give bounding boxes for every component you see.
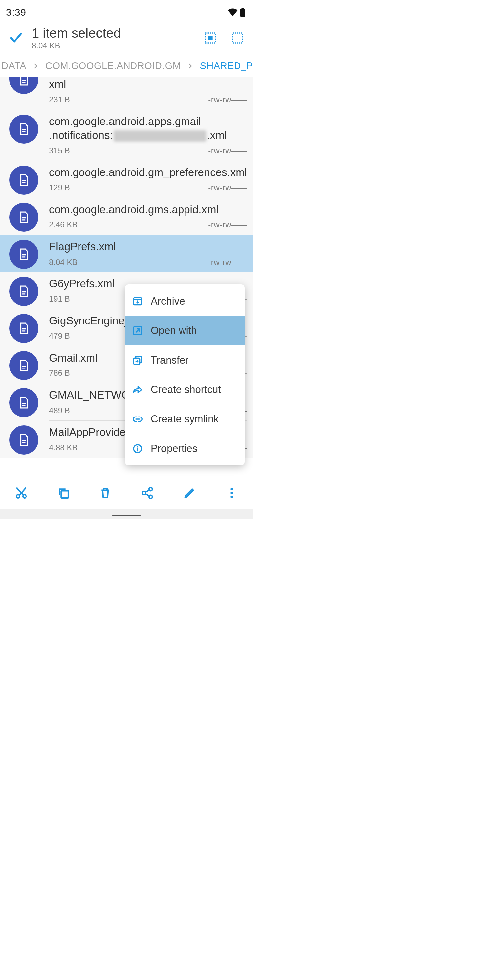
- svg-point-13: [149, 495, 152, 498]
- file-permissions: -rw-rw——: [208, 258, 247, 267]
- file-icon: [9, 165, 38, 195]
- file-size: 479 B: [49, 331, 70, 341]
- svg-rect-2: [233, 33, 242, 43]
- context-menu: Archive Open with Transfer Create shortc…: [125, 285, 245, 465]
- select-all-button[interactable]: [201, 29, 220, 47]
- file-icon: [9, 277, 38, 306]
- menu-open-with[interactable]: Open with: [125, 316, 245, 345]
- file-icon: [9, 115, 38, 144]
- file-name: FlagPrefs.xml: [49, 240, 247, 253]
- file-size: 8.04 KB: [49, 258, 77, 267]
- nav-background: [0, 509, 253, 519]
- battery-icon: [240, 8, 246, 17]
- file-name: com.google.android.gms.appid.xml: [49, 203, 247, 216]
- menu-label: Archive: [151, 295, 185, 307]
- nav-handle[interactable]: [112, 514, 141, 517]
- overflow-button[interactable]: [211, 476, 253, 509]
- file-size: 786 B: [49, 369, 70, 378]
- file-row-selected[interactable]: FlagPrefs.xml 8.04 KB -rw-rw——: [0, 235, 253, 272]
- file-size: 2.46 KB: [49, 220, 77, 229]
- svg-rect-10: [61, 491, 68, 498]
- selection-appbar: 1 item selected 8.04 KB: [0, 19, 253, 54]
- menu-transfer[interactable]: Transfer: [125, 345, 245, 375]
- file-size: 129 B: [49, 183, 70, 192]
- status-bar: 3:39: [0, 0, 253, 19]
- file-icon: [9, 78, 38, 94]
- menu-label: Create shortcut: [151, 384, 221, 396]
- file-permissions: -rw-rw——: [208, 220, 247, 229]
- file-icon: [9, 425, 38, 455]
- menu-label: Create symlink: [151, 413, 219, 425]
- info-icon: [132, 443, 144, 454]
- file-size: 191 B: [49, 294, 70, 304]
- svg-rect-1: [208, 36, 212, 40]
- menu-create-symlink[interactable]: Create symlink: [125, 404, 245, 434]
- menu-properties[interactable]: Properties: [125, 434, 245, 463]
- file-name: com.google.android.gm_preferences.xml: [49, 165, 247, 179]
- svg-point-16: [231, 496, 233, 498]
- file-name: xml: [49, 78, 247, 91]
- status-time: 3:39: [6, 6, 26, 18]
- file-icon: [9, 203, 38, 232]
- share-button[interactable]: [126, 476, 169, 509]
- file-icon: [9, 240, 38, 269]
- transfer-icon: [132, 355, 144, 366]
- archive-icon: [132, 296, 144, 307]
- copy-button[interactable]: [42, 476, 84, 509]
- file-icon: [9, 314, 38, 343]
- file-size: 231 B: [49, 95, 70, 104]
- menu-archive[interactable]: Archive: [125, 286, 245, 316]
- appbar-title-block: 1 item selected 8.04 KB: [32, 26, 193, 50]
- file-name: com.google.android.apps.gmail .notificat…: [49, 115, 247, 142]
- breadcrumb-shared-prefs[interactable]: SHARED_PREFS: [200, 60, 253, 71]
- file-size: 489 B: [49, 406, 70, 415]
- file-icon: [9, 388, 38, 417]
- svg-point-15: [231, 492, 233, 494]
- file-name-post: .xml: [207, 129, 227, 142]
- cut-button[interactable]: [0, 476, 42, 509]
- bottom-action-bar: [0, 476, 253, 509]
- file-icon: [9, 351, 38, 380]
- menu-label: Transfer: [151, 354, 188, 366]
- done-button[interactable]: [9, 31, 23, 45]
- wifi-icon: [228, 8, 238, 16]
- selection-title: 1 item selected: [32, 26, 193, 40]
- menu-label: Properties: [151, 443, 198, 455]
- chevron-right-icon: [187, 63, 193, 69]
- breadcrumb: DATA COM.GOOGLE.ANDROID.GM SHARED_PREFS: [0, 54, 253, 77]
- file-row[interactable]: com.google.android.apps.gmail .notificat…: [0, 110, 253, 161]
- svg-point-12: [142, 491, 146, 495]
- open-with-icon: [132, 325, 144, 336]
- file-permissions: -rw-rw——: [208, 95, 247, 104]
- shortcut-icon: [132, 384, 144, 395]
- breadcrumb-package[interactable]: COM.GOOGLE.ANDROID.GM: [45, 60, 180, 71]
- file-row[interactable]: com.google.android.gms.appid.xml 2.46 KB…: [0, 198, 253, 235]
- chevron-right-icon: [33, 63, 39, 69]
- redacted-text: [113, 130, 206, 142]
- menu-label: Open with: [151, 325, 197, 337]
- svg-point-7: [137, 446, 139, 447]
- selection-subtitle: 8.04 KB: [32, 41, 193, 50]
- file-size: 4.88 KB: [49, 443, 77, 452]
- symlink-icon: [132, 414, 144, 425]
- svg-point-11: [149, 487, 152, 491]
- deselect-all-button[interactable]: [228, 29, 247, 47]
- file-size: 315 B: [49, 146, 70, 155]
- svg-point-14: [231, 488, 233, 490]
- file-row[interactable]: xml 231 B -rw-rw——: [0, 78, 253, 110]
- file-permissions: -rw-rw——: [208, 146, 247, 155]
- status-icons: [228, 8, 246, 17]
- delete-button[interactable]: [84, 476, 126, 509]
- file-permissions: -rw-rw——: [208, 183, 247, 192]
- edit-button[interactable]: [169, 476, 211, 509]
- menu-create-shortcut[interactable]: Create shortcut: [125, 375, 245, 404]
- file-row[interactable]: com.google.android.gm_preferences.xml 12…: [0, 161, 253, 198]
- breadcrumb-data[interactable]: DATA: [1, 60, 26, 71]
